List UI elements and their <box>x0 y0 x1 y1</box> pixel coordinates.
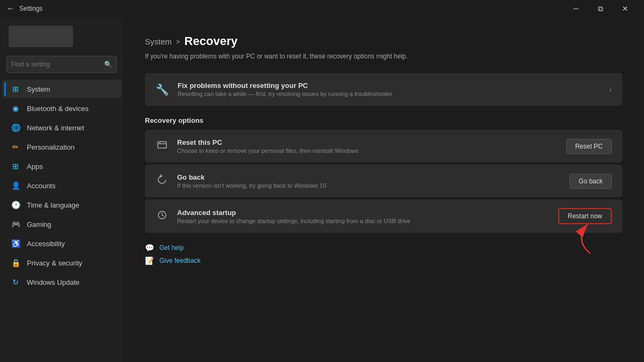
reset-pc-text: Reset this PC Choose to keep or remove y… <box>177 138 358 154</box>
go-back-text: Go back If this version isn't working, t… <box>177 173 326 189</box>
gaming-icon: 🎮 <box>11 219 20 229</box>
search-bar[interactable]: 🔍 <box>6 56 117 73</box>
go-back-icon <box>156 174 169 188</box>
go-back-card: Go back If this version isn't working, t… <box>145 165 623 197</box>
minimize-button[interactable]: ─ <box>564 0 588 17</box>
sidebar-item-windows-update[interactable]: ↻ Windows Update <box>2 273 121 291</box>
fix-problems-title: Fix problems without resetting your PC <box>178 82 392 90</box>
give-feedback-label: Give feedback <box>159 257 201 264</box>
svg-rect-0 <box>158 142 166 148</box>
sidebar-item-label: Accessibility <box>27 240 65 248</box>
page-title: Recovery <box>185 34 238 48</box>
content-area: System > Recovery If you're having probl… <box>123 17 644 362</box>
advanced-startup-text: Advanced startup Restart your device to … <box>177 209 411 224</box>
time-icon: 🕐 <box>11 200 20 210</box>
sidebar-item-accessibility[interactable]: ♿ Accessibility <box>2 234 121 253</box>
sidebar-item-network[interactable]: 🌐 Network & internet <box>2 119 121 137</box>
reset-pc-icon <box>156 139 169 153</box>
sidebar-item-time[interactable]: 🕐 Time & language <box>2 196 121 214</box>
network-icon: 🌐 <box>11 123 20 132</box>
advanced-startup-desc: Restart your device to change startup se… <box>177 218 411 224</box>
system-icon: ⊞ <box>11 84 20 94</box>
breadcrumb-parent[interactable]: System <box>145 37 172 46</box>
get-help-icon: 💬 <box>145 243 154 252</box>
advanced-startup-title: Advanced startup <box>177 209 411 217</box>
fix-problems-card[interactable]: 🔧 Fix problems without resetting your PC… <box>145 73 623 106</box>
sidebar-item-label: Accounts <box>27 182 55 190</box>
page-subtitle: If you're having problems with your PC o… <box>145 53 623 60</box>
titlebar-title: Settings <box>19 5 42 12</box>
accessibility-icon: ♿ <box>11 239 20 248</box>
advanced-startup-icon <box>156 209 169 224</box>
close-button[interactable]: ✕ <box>613 0 638 17</box>
back-button[interactable]: ← <box>6 4 15 13</box>
give-feedback-link[interactable]: 📝 Give feedback <box>145 256 623 265</box>
sidebar-item-bluetooth[interactable]: ◉ Bluetooth & devices <box>2 99 121 117</box>
advanced-startup-left: Advanced startup Restart your device to … <box>156 209 411 224</box>
wrench-icon: 🔧 <box>156 83 169 96</box>
sidebar-item-gaming[interactable]: 🎮 Gaming <box>2 215 121 233</box>
sidebar-item-label: Personalization <box>27 143 75 151</box>
sidebar-item-label: System <box>27 85 50 93</box>
restore-button[interactable]: ⧉ <box>588 0 613 17</box>
personalization-icon: ✏ <box>11 142 20 152</box>
get-help-link[interactable]: 💬 Get help <box>145 243 623 252</box>
bluetooth-icon: ◉ <box>11 104 20 113</box>
sidebar-item-label: Time & language <box>27 201 79 209</box>
chevron-right-icon: › <box>609 85 612 94</box>
sidebar-item-accounts[interactable]: 👤 Accounts <box>2 176 121 195</box>
sidebar-item-system[interactable]: ⊞ System <box>2 80 121 98</box>
accounts-icon: 👤 <box>11 181 20 190</box>
titlebar-left: ← Settings <box>6 4 42 13</box>
advanced-startup-card: Advanced startup Restart your device to … <box>145 200 623 233</box>
main-layout: 🔍 ⊞ System ◉ Bluetooth & devices 🌐 Netwo… <box>0 17 644 362</box>
svg-point-2 <box>159 142 160 143</box>
titlebar: ← Settings ─ ⧉ ✕ <box>0 0 644 17</box>
sidebar: 🔍 ⊞ System ◉ Bluetooth & devices 🌐 Netwo… <box>0 17 123 362</box>
go-back-button[interactable]: Go back <box>569 174 612 189</box>
sidebar-item-label: Apps <box>27 162 43 171</box>
titlebar-controls: ─ ⧉ ✕ <box>564 0 638 17</box>
sidebar-item-label: Bluetooth & devices <box>27 105 89 113</box>
sidebar-item-personalization[interactable]: ✏ Personalization <box>2 138 121 156</box>
recovery-options-title: Recovery options <box>145 116 623 124</box>
fix-problems-left: 🔧 Fix problems without resetting your PC… <box>156 82 392 97</box>
go-back-desc: If this version isn't working, try going… <box>177 182 326 189</box>
sidebar-item-label: Windows Update <box>27 278 79 286</box>
breadcrumb-separator: > <box>176 38 180 46</box>
sidebar-item-label: Privacy & security <box>27 259 82 267</box>
reset-pc-title: Reset this PC <box>177 138 358 146</box>
avatar <box>9 26 73 47</box>
reset-pc-left: Reset this PC Choose to keep or remove y… <box>156 138 358 154</box>
fix-problems-subtitle: Resetting can take a while — first, try … <box>178 91 392 97</box>
privacy-icon: 🔒 <box>11 258 20 268</box>
give-feedback-icon: 📝 <box>145 256 154 265</box>
get-help-label: Get help <box>159 244 184 252</box>
sidebar-item-privacy[interactable]: 🔒 Privacy & security <box>2 254 121 272</box>
go-back-left: Go back If this version isn't working, t… <box>156 173 326 189</box>
breadcrumb: System > Recovery <box>145 34 623 48</box>
sidebar-item-label: Network & internet <box>27 124 84 132</box>
reset-pc-card: Reset this PC Choose to keep or remove y… <box>145 130 623 162</box>
sidebar-item-apps[interactable]: ⊞ Apps <box>2 157 121 175</box>
restart-btn-container: Restart now <box>558 208 612 224</box>
links-section: 💬 Get help 📝 Give feedback <box>145 243 623 265</box>
search-input[interactable] <box>11 61 104 68</box>
search-icon: 🔍 <box>104 61 112 68</box>
reset-pc-desc: Choose to keep or remove your personal f… <box>177 147 358 154</box>
fix-problems-text: Fix problems without resetting your PC R… <box>178 82 392 97</box>
apps-icon: ⊞ <box>11 161 20 171</box>
reset-pc-button[interactable]: Reset PC <box>566 139 612 154</box>
go-back-title: Go back <box>177 173 326 181</box>
sidebar-item-label: Gaming <box>27 220 52 228</box>
red-arrow-annotation <box>558 219 601 256</box>
windows-update-icon: ↻ <box>11 277 20 287</box>
